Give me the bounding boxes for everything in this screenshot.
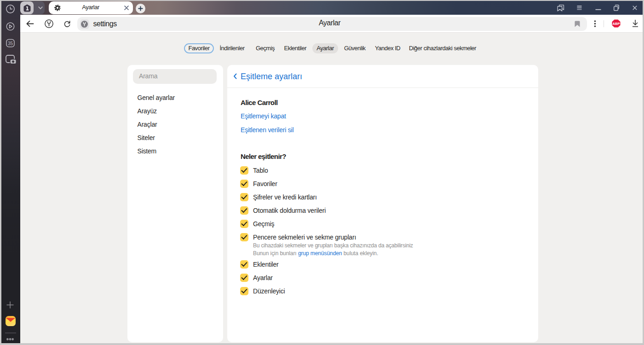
svg-text:35: 35: [7, 41, 13, 46]
svg-text:ABP: ABP: [612, 22, 620, 26]
